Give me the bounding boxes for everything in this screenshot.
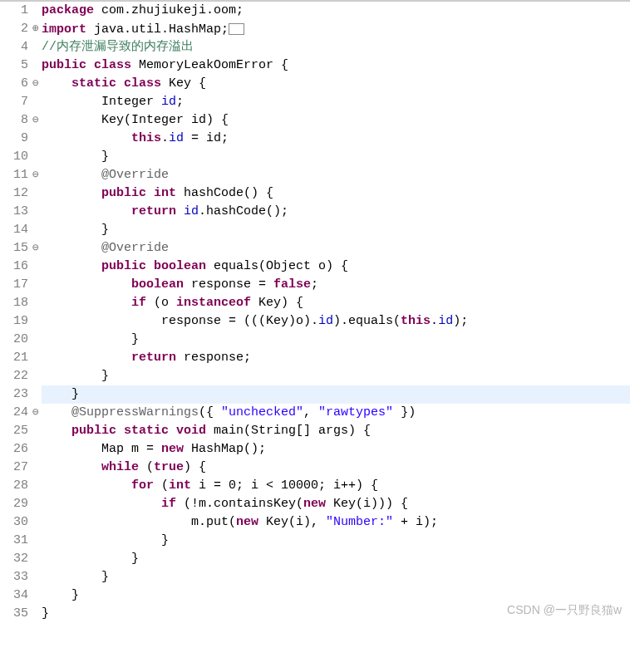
code-line[interactable]: Integer id; <box>42 93 630 111</box>
line-number: 26 <box>0 440 28 459</box>
code-line[interactable]: } <box>42 586 630 605</box>
code-token <box>42 497 161 511</box>
code-token: public static void <box>71 424 206 438</box>
line-number: 20 <box>0 331 28 349</box>
code-line[interactable]: if (o instanceof Key) { <box>42 294 630 312</box>
line-number: 22 <box>0 367 28 385</box>
code-line[interactable]: this.id = id; <box>42 130 630 148</box>
code-token <box>42 241 101 255</box>
line-number: 24 <box>0 404 28 422</box>
code-line[interactable]: Key(Integer id) { <box>42 111 630 130</box>
line-number: 28 <box>0 477 28 495</box>
code-token: } <box>42 606 49 620</box>
code-line[interactable]: public class MemoryLeakOomError { <box>42 56 630 75</box>
code-token: package <box>42 3 94 17</box>
fold-marker[interactable]: ⊕ <box>30 20 42 38</box>
fold-marker[interactable]: ⊖ <box>30 111 42 130</box>
code-token: equals(Object o) { <box>206 259 348 273</box>
code-token: return <box>131 351 176 365</box>
code-line[interactable]: } <box>42 550 630 568</box>
code-line[interactable]: @Override <box>42 166 630 184</box>
code-token: ( <box>154 478 169 493</box>
code-token: id <box>169 131 184 145</box>
code-token: @SuppressWarnings <box>71 405 199 419</box>
code-token: new <box>303 497 326 511</box>
fold-marker[interactable]: ⊖ <box>30 239 42 258</box>
fold-marker <box>30 495 42 513</box>
line-number: 31 <box>0 532 28 550</box>
fold-marker[interactable]: ⊖ <box>30 404 42 422</box>
code-line[interactable]: m.put(new Key(i), "Number:" + i); <box>42 513 630 532</box>
code-token: int <box>169 478 191 493</box>
fold-marker <box>30 258 42 276</box>
code-token: boolean <box>131 277 184 292</box>
line-number: 10 <box>0 148 28 166</box>
code-line[interactable]: public int hashCode() { <box>42 184 630 203</box>
code-line[interactable]: static class Key { <box>42 75 630 93</box>
fold-marker <box>30 605 42 623</box>
fold-marker <box>30 331 42 349</box>
fold-marker <box>30 367 42 385</box>
code-token: import <box>42 22 86 37</box>
code-token: .hashCode(); <box>199 204 288 218</box>
code-line[interactable]: //内存泄漏导致的内存溢出 <box>42 38 630 56</box>
code-line[interactable]: @SuppressWarnings({ "unchecked", "rawtyp… <box>42 404 630 422</box>
code-token <box>42 204 131 218</box>
code-token: if <box>131 296 146 310</box>
fold-marker <box>30 568 42 586</box>
code-line[interactable]: } <box>42 221 630 239</box>
code-token: ; <box>176 95 184 109</box>
line-number: 5 <box>0 56 28 75</box>
code-line[interactable]: } <box>42 385 630 404</box>
code-line[interactable]: return response; <box>42 349 630 367</box>
code-line[interactable]: } <box>42 367 630 385</box>
code-token: HashMap(); <box>184 442 266 456</box>
code-line[interactable]: public static void main(String[] args) { <box>42 422 630 440</box>
code-line[interactable]: if (!m.containsKey(new Key(i))) { <box>42 495 630 513</box>
code-line[interactable]: } <box>42 532 630 550</box>
code-token <box>42 168 101 182</box>
code-line[interactable]: } <box>42 148 630 166</box>
code-token: static class <box>71 76 161 91</box>
fold-marker[interactable]: ⊖ <box>30 166 42 184</box>
code-token: return <box>131 204 176 218</box>
code-token: = id; <box>184 131 229 145</box>
line-number: 6 <box>0 75 28 93</box>
code-token: + i); <box>393 515 438 529</box>
line-number: 25 <box>0 422 28 440</box>
line-number: 15 <box>0 239 28 258</box>
code-line[interactable]: import java.util.HashMap; <box>42 20 630 38</box>
code-line[interactable]: while (true) { <box>42 459 630 477</box>
code-line[interactable]: } <box>42 568 630 586</box>
code-token: } <box>42 150 109 164</box>
line-number: 12 <box>0 184 28 203</box>
code-token <box>42 424 71 438</box>
code-token: @Override <box>101 168 169 182</box>
code-line[interactable]: public boolean equals(Object o) { <box>42 258 630 276</box>
code-token: "Number:" <box>326 515 393 529</box>
code-token: true <box>154 460 184 474</box>
fold-marker <box>30 532 42 550</box>
code-line[interactable]: @Override <box>42 239 630 258</box>
code-line[interactable]: boolean response = false; <box>42 276 630 294</box>
code-token <box>42 478 131 493</box>
code-token <box>42 277 131 292</box>
code-token: this <box>131 131 161 145</box>
code-line[interactable]: return id.hashCode(); <box>42 203 630 221</box>
code-line[interactable]: for (int i = 0; i < 10000; i++) { <box>42 477 630 495</box>
code-line[interactable]: } <box>42 331 630 349</box>
code-token: } <box>42 588 79 602</box>
fold-marker <box>30 93 42 111</box>
fold-marker <box>30 477 42 495</box>
code-line[interactable]: response = (((Key)o).id).equals(this.id)… <box>42 312 630 331</box>
code-line[interactable]: package com.zhujiukeji.oom; <box>42 2 630 20</box>
code-content[interactable]: package com.zhujiukeji.oom;import java.u… <box>42 2 630 623</box>
code-token: Key(i), <box>258 515 326 529</box>
code-token: id <box>438 314 453 328</box>
fold-gutter: ⊕⊖⊖⊖⊖⊖ <box>30 2 42 623</box>
code-token: response = (((Key)o). <box>42 314 318 328</box>
code-line[interactable]: Map m = new HashMap(); <box>42 440 630 459</box>
code-token: response; <box>176 351 251 365</box>
code-token: public boolean <box>101 259 206 273</box>
fold-marker[interactable]: ⊖ <box>30 75 42 93</box>
